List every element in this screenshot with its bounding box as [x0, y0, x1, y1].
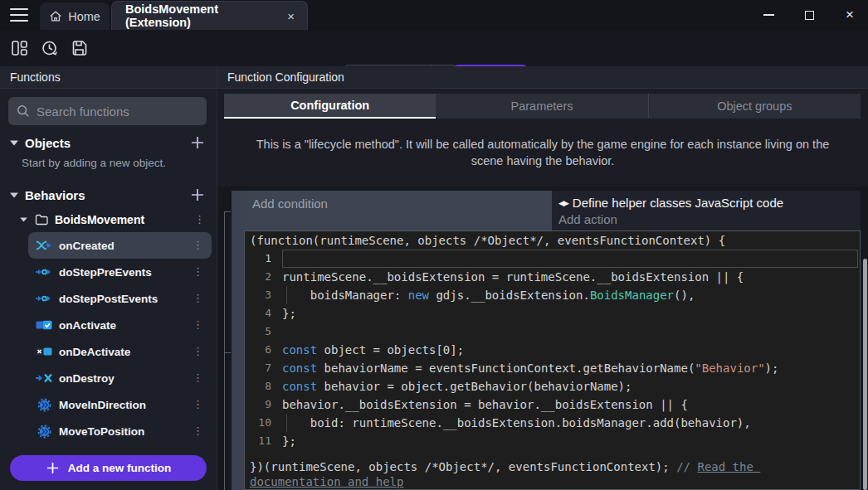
js-event-title[interactable]: ◀▶ Define helper classes JavaScript code: [558, 193, 861, 212]
window-maximize-button[interactable]: [802, 8, 816, 22]
function-item-label: doStepPostEvents: [59, 293, 158, 305]
function-gear-icon: [35, 425, 53, 439]
code-line: 10 boid: runtimeScene.__boidsExtension.b…: [245, 414, 860, 432]
window-minimize-button[interactable]: [762, 8, 775, 22]
kebab-menu-icon[interactable]: ⋮: [189, 347, 207, 357]
project-manager-icon[interactable]: [10, 39, 28, 57]
tab-active-label: BoidsMovement (Extension): [125, 2, 285, 29]
tab-object-groups[interactable]: Object groups: [648, 94, 861, 119]
code-wrapper-close: })(runtimeScene, objects /*Object*/, eve…: [245, 459, 826, 489]
code-line: 9behavior.__boidsExtension = behavior.__…: [245, 395, 860, 414]
function-item-doStepPostEvents[interactable]: doStepPostEvents ⋮: [28, 285, 212, 312]
javascript-code-editor[interactable]: (function(runtimeScene, objects /*Object…: [244, 230, 861, 490]
home-icon: [49, 10, 62, 22]
function-item-label: doStepPreEvents: [59, 266, 152, 279]
page-title: Function Configuration: [227, 70, 344, 84]
event-indent-tick: [224, 352, 231, 353]
code-line: 3 boidsManager: new gdjs.__boidsExtensio…: [245, 286, 860, 304]
kebab-menu-icon[interactable]: ⋮: [191, 215, 208, 225]
function-item-onActivate[interactable]: onActivate ⋮: [28, 312, 212, 338]
chevron-down-icon: [10, 192, 18, 198]
function-item-label: onDeActivate: [59, 346, 130, 358]
events-sheet: Add condition ◀▶ Define helper classes J…: [217, 187, 868, 490]
code-line: 6const object = objects[0];: [245, 341, 860, 359]
behavior-group-label: BoidsMovement: [55, 213, 144, 226]
lifecycle-created-icon: [35, 240, 53, 250]
sidebar-section-behaviors[interactable]: Behaviors: [0, 182, 217, 207]
function-item-label: MoveInDirection: [59, 399, 146, 411]
kebab-menu-icon[interactable]: ⋮: [189, 426, 207, 436]
function-item-label: MoveToPosition: [59, 425, 144, 438]
code-wrapper-open: (function(runtimeScene, objects /*Object…: [245, 231, 860, 250]
add-behavior-button[interactable]: [190, 187, 205, 202]
titlebar: Home BoidsMovement (Extension) × ×: [0, 0, 868, 30]
window-close-button[interactable]: ×: [843, 8, 856, 22]
function-item-MoveToPosition[interactable]: MoveToPosition ⋮: [28, 418, 212, 444]
search-functions-box: [8, 97, 207, 125]
app-window: Home BoidsMovement (Extension) × ×: [0, 0, 868, 490]
objects-empty-hint: Start by adding a new object.: [0, 155, 217, 176]
function-item-onCreated[interactable]: onCreated ⋮: [28, 232, 212, 259]
folder-icon: [35, 214, 48, 226]
lifecycle-description: This is a "lifecycle method". It will be…: [217, 136, 868, 169]
destroy-icon: [35, 373, 53, 383]
behaviors-section-label: Behaviors: [25, 188, 85, 202]
deactivate-icon: [35, 347, 53, 357]
step-events-icon: [35, 267, 53, 277]
sidebar-section-objects[interactable]: Objects: [0, 130, 217, 155]
event-drag-handle[interactable]: [232, 191, 244, 490]
objects-section-label: Objects: [25, 136, 71, 150]
function-configuration-panel: Function Configuration Configuration Par…: [217, 66, 868, 490]
behavior-group-boidsmovement[interactable]: BoidsMovement ⋮: [0, 207, 217, 232]
function-gear-icon: [35, 398, 53, 412]
add-action-button[interactable]: Add action: [558, 212, 861, 230]
kebab-menu-icon[interactable]: ⋮: [189, 400, 207, 410]
add-object-button[interactable]: [190, 135, 205, 150]
code-line: 5: [245, 323, 860, 341]
tab-home[interactable]: Home: [40, 2, 110, 30]
chevron-down-icon: [20, 217, 27, 222]
activate-icon: [35, 320, 53, 330]
function-item-label: onActivate: [59, 319, 116, 332]
kebab-menu-icon[interactable]: ⋮: [189, 294, 207, 303]
sidebar-header: Functions: [0, 66, 217, 89]
js-code-event: Add condition ◀▶ Define helper classes J…: [232, 191, 861, 490]
save-icon[interactable]: [70, 39, 88, 57]
code-line: 7const behaviorName = eventsFunctionCont…: [245, 359, 860, 377]
configuration-tabs: Configuration Parameters Object groups: [224, 94, 861, 119]
search-functions-input[interactable]: [37, 104, 198, 119]
code-line: 11};: [245, 432, 860, 450]
main-header: Function Configuration: [217, 66, 868, 89]
function-item-onDestroy[interactable]: onDestroy ⋮: [28, 365, 212, 391]
plus-icon: [46, 461, 60, 475]
kebab-menu-icon[interactable]: ⋮: [189, 240, 207, 250]
add-function-button[interactable]: Add a new function: [10, 455, 207, 481]
tab-parameters[interactable]: Parameters: [436, 94, 647, 119]
step-events-icon: [35, 294, 53, 303]
search-icon: [17, 104, 30, 118]
toolbar: Preview Share: [0, 30, 868, 66]
function-item-doStepPreEvents[interactable]: doStepPreEvents ⋮: [28, 259, 212, 285]
tab-boidsmovement[interactable]: BoidsMovement (Extension) ×: [111, 1, 308, 30]
add-condition-button[interactable]: Add condition: [244, 191, 552, 230]
function-item-MoveInDirection[interactable]: MoveInDirection ⋮: [28, 391, 212, 418]
code-line: 2runtimeScene.__boidsExtension = runtime…: [245, 268, 860, 286]
event-actions-column: ◀▶ Define helper classes JavaScript code…: [552, 191, 861, 230]
kebab-menu-icon[interactable]: ⋮: [189, 267, 207, 277]
tab-close-icon[interactable]: ×: [285, 9, 297, 23]
kebab-menu-icon[interactable]: ⋮: [189, 373, 207, 383]
js-event-label: Define helper classes JavaScript code: [573, 196, 783, 210]
events-scrollbar[interactable]: [863, 259, 867, 490]
tab-home-label: Home: [68, 10, 100, 23]
code-event-icon: ◀▶: [558, 199, 568, 207]
hamburger-menu-button[interactable]: [8, 7, 30, 23]
sidebar-title: Functions: [10, 70, 61, 84]
kebab-menu-icon[interactable]: ⋮: [189, 320, 207, 330]
tab-configuration[interactable]: Configuration: [224, 94, 436, 119]
code-line: 1: [245, 250, 860, 268]
function-item-label: onDestroy: [59, 372, 115, 385]
history-icon[interactable]: [40, 39, 58, 57]
code-line: 8const behavior = object.getBehavior(beh…: [245, 377, 860, 395]
function-item-onDeActivate[interactable]: onDeActivate ⋮: [28, 338, 212, 365]
chevron-down-icon: [10, 140, 18, 146]
